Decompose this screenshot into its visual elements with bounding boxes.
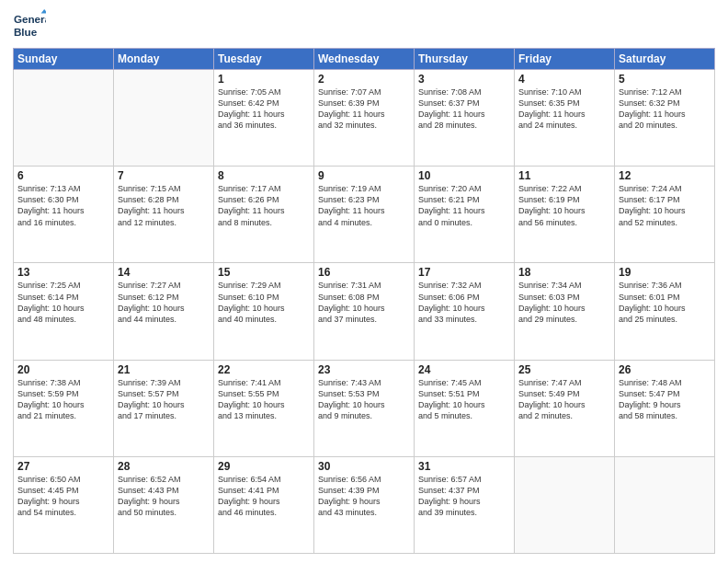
day-cell: 19Sunrise: 7:36 AM Sunset: 6:01 PM Dayli… [615,263,715,360]
day-info: Sunrise: 7:13 AM Sunset: 6:30 PM Dayligh… [17,183,109,228]
day-cell: 15Sunrise: 7:29 AM Sunset: 6:10 PM Dayli… [214,263,314,360]
day-info: Sunrise: 7:08 AM Sunset: 6:37 PM Dayligh… [418,86,510,132]
week-row-0: 1Sunrise: 7:05 AM Sunset: 6:42 PM Daylig… [14,70,715,167]
weekday-header-tuesday: Tuesday [214,49,314,70]
day-cell: 7Sunrise: 7:15 AM Sunset: 6:28 PM Daylig… [114,167,214,263]
day-number: 2 [318,73,410,86]
weekday-header-friday: Friday [515,49,615,70]
day-cell: 28Sunrise: 6:52 AM Sunset: 4:43 PM Dayli… [114,456,214,553]
day-info: Sunrise: 7:05 AM Sunset: 6:42 PM Dayligh… [218,86,310,132]
day-number: 20 [17,363,109,376]
day-number: 24 [418,363,510,376]
day-number: 25 [518,363,610,376]
day-number: 23 [318,363,410,376]
weekday-header-wednesday: Wednesday [314,49,415,70]
day-number: 10 [418,169,510,182]
day-cell: 24Sunrise: 7:45 AM Sunset: 5:51 PM Dayli… [415,360,515,456]
weekday-header-thursday: Thursday [415,49,515,70]
day-number: 5 [619,73,711,86]
day-number: 12 [619,169,711,182]
weekday-header-sunday: Sunday [14,49,114,70]
day-info: Sunrise: 7:34 AM Sunset: 6:03 PM Dayligh… [518,280,610,325]
day-info: Sunrise: 7:41 AM Sunset: 5:55 PM Dayligh… [218,377,310,422]
day-number: 4 [518,73,610,86]
day-info: Sunrise: 7:43 AM Sunset: 5:53 PM Dayligh… [318,377,410,422]
day-info: Sunrise: 7:36 AM Sunset: 6:01 PM Dayligh… [619,280,711,325]
day-cell: 21Sunrise: 7:39 AM Sunset: 5:57 PM Dayli… [114,360,214,456]
day-number: 14 [118,266,210,279]
day-info: Sunrise: 7:12 AM Sunset: 6:32 PM Dayligh… [619,86,711,132]
day-info: Sunrise: 7:27 AM Sunset: 6:12 PM Dayligh… [118,280,210,325]
day-info: Sunrise: 7:39 AM Sunset: 5:57 PM Dayligh… [118,377,210,422]
day-cell [615,456,715,553]
day-info: Sunrise: 7:10 AM Sunset: 6:35 PM Dayligh… [518,86,610,132]
day-cell: 11Sunrise: 7:22 AM Sunset: 6:19 PM Dayli… [515,167,615,263]
day-info: Sunrise: 7:19 AM Sunset: 6:23 PM Dayligh… [318,183,410,228]
day-info: Sunrise: 7:22 AM Sunset: 6:19 PM Dayligh… [518,183,610,228]
day-cell: 26Sunrise: 7:48 AM Sunset: 5:47 PM Dayli… [615,360,715,456]
day-cell: 27Sunrise: 6:50 AM Sunset: 4:45 PM Dayli… [14,456,114,553]
day-number: 22 [218,363,310,376]
day-number: 30 [318,460,410,473]
day-info: Sunrise: 7:32 AM Sunset: 6:06 PM Dayligh… [418,280,510,325]
day-info: Sunrise: 7:20 AM Sunset: 6:21 PM Dayligh… [418,183,510,228]
day-info: Sunrise: 7:38 AM Sunset: 5:59 PM Dayligh… [17,377,109,422]
day-number: 15 [218,266,310,279]
weekday-header-monday: Monday [114,49,214,70]
calendar: SundayMondayTuesdayWednesdayThursdayFrid… [13,48,715,554]
page: General Blue SundayMondayTuesdayWednesda… [0,0,728,563]
day-cell: 17Sunrise: 7:32 AM Sunset: 6:06 PM Dayli… [415,263,515,360]
day-cell: 16Sunrise: 7:31 AM Sunset: 6:08 PM Dayli… [314,263,415,360]
day-cell: 3Sunrise: 7:08 AM Sunset: 6:37 PM Daylig… [415,70,515,167]
day-number: 29 [218,460,310,473]
day-cell: 1Sunrise: 7:05 AM Sunset: 6:42 PM Daylig… [214,70,314,167]
day-number: 9 [318,169,410,182]
header: General Blue [13,9,715,42]
day-info: Sunrise: 6:56 AM Sunset: 4:39 PM Dayligh… [318,474,410,519]
day-info: Sunrise: 7:17 AM Sunset: 6:26 PM Dayligh… [218,183,310,228]
day-info: Sunrise: 7:29 AM Sunset: 6:10 PM Dayligh… [218,280,310,325]
day-number: 19 [619,266,711,279]
day-cell: 2Sunrise: 7:07 AM Sunset: 6:39 PM Daylig… [314,70,415,167]
svg-text:Blue: Blue [14,26,38,38]
day-info: Sunrise: 7:15 AM Sunset: 6:28 PM Dayligh… [118,183,210,228]
day-cell: 20Sunrise: 7:38 AM Sunset: 5:59 PM Dayli… [14,360,114,456]
week-row-2: 13Sunrise: 7:25 AM Sunset: 6:14 PM Dayli… [14,263,715,360]
day-cell: 25Sunrise: 7:47 AM Sunset: 5:49 PM Dayli… [515,360,615,456]
day-cell [114,70,214,167]
day-cell [515,456,615,553]
day-cell: 9Sunrise: 7:19 AM Sunset: 6:23 PM Daylig… [314,167,415,263]
day-cell: 18Sunrise: 7:34 AM Sunset: 6:03 PM Dayli… [515,263,615,360]
day-info: Sunrise: 6:50 AM Sunset: 4:45 PM Dayligh… [17,474,109,519]
week-row-3: 20Sunrise: 7:38 AM Sunset: 5:59 PM Dayli… [14,360,715,456]
day-info: Sunrise: 7:47 AM Sunset: 5:49 PM Dayligh… [518,377,610,422]
day-cell: 8Sunrise: 7:17 AM Sunset: 6:26 PM Daylig… [214,167,314,263]
day-number: 18 [518,266,610,279]
day-cell: 23Sunrise: 7:43 AM Sunset: 5:53 PM Dayli… [314,360,415,456]
day-cell: 6Sunrise: 7:13 AM Sunset: 6:30 PM Daylig… [14,167,114,263]
logo: General Blue [13,9,48,42]
day-cell: 12Sunrise: 7:24 AM Sunset: 6:17 PM Dayli… [615,167,715,263]
day-cell: 5Sunrise: 7:12 AM Sunset: 6:32 PM Daylig… [615,70,715,167]
day-cell: 10Sunrise: 7:20 AM Sunset: 6:21 PM Dayli… [415,167,515,263]
day-info: Sunrise: 7:07 AM Sunset: 6:39 PM Dayligh… [318,86,410,132]
day-cell: 13Sunrise: 7:25 AM Sunset: 6:14 PM Dayli… [14,263,114,360]
day-number: 27 [17,460,109,473]
week-row-4: 27Sunrise: 6:50 AM Sunset: 4:45 PM Dayli… [14,456,715,553]
day-info: Sunrise: 7:24 AM Sunset: 6:17 PM Dayligh… [619,183,711,228]
svg-text:General: General [14,13,46,25]
day-cell: 22Sunrise: 7:41 AM Sunset: 5:55 PM Dayli… [214,360,314,456]
day-info: Sunrise: 7:31 AM Sunset: 6:08 PM Dayligh… [318,280,410,325]
day-number: 13 [17,266,109,279]
day-number: 1 [218,73,310,86]
day-info: Sunrise: 7:45 AM Sunset: 5:51 PM Dayligh… [418,377,510,422]
day-info: Sunrise: 7:25 AM Sunset: 6:14 PM Dayligh… [17,280,109,325]
day-info: Sunrise: 6:52 AM Sunset: 4:43 PM Dayligh… [118,474,210,519]
day-cell [14,70,114,167]
day-number: 21 [118,363,210,376]
day-cell: 14Sunrise: 7:27 AM Sunset: 6:12 PM Dayli… [114,263,214,360]
day-number: 8 [218,169,310,182]
day-cell: 31Sunrise: 6:57 AM Sunset: 4:37 PM Dayli… [415,456,515,553]
day-number: 31 [418,460,510,473]
weekday-header-saturday: Saturday [615,49,715,70]
